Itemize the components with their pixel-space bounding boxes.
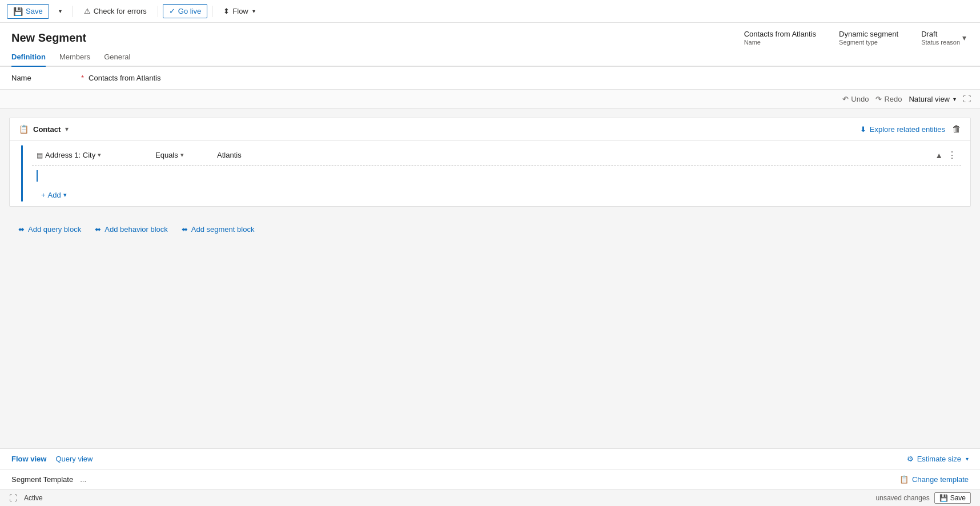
name-field-value: Contacts from Atlantis	[89, 74, 160, 82]
header-name-label: Name	[744, 39, 761, 46]
contact-entity-name: Contact	[33, 125, 61, 134]
go-live-button[interactable]: ✓ Go live	[163, 4, 207, 18]
add-query-block-button[interactable]: ⬌ Add query block	[18, 225, 81, 234]
redo-label: Redo	[884, 95, 902, 103]
value-text: Atlantis	[217, 151, 242, 159]
change-template-icon: 📋	[899, 475, 909, 484]
add-segment-block-button[interactable]: ⬌ Add segment block	[182, 225, 255, 234]
undo-label: Undo	[851, 95, 869, 103]
status-save-button[interactable]: 💾 Save	[934, 492, 971, 504]
change-template-button[interactable]: 📋 Change template	[899, 475, 969, 484]
tab-general[interactable]: General	[104, 48, 130, 67]
view-tabs: Flow view Query view	[11, 455, 93, 463]
query-actions: ⬌ Add query block ⬌ Add behavior block ⬌…	[9, 216, 971, 243]
estimate-icon: ⚙	[907, 455, 914, 463]
add-condition-button[interactable]: + Add ▾	[41, 191, 67, 199]
toolbar-divider-2	[158, 6, 158, 17]
header-collapse-button[interactable]: ▾	[960, 31, 969, 45]
toolbar: 💾 Save ▾ ⚠ Check for errors ✓ Go live ⬍ …	[0, 0, 980, 23]
condition-collapse-button[interactable]: ▲	[935, 151, 943, 160]
unsaved-changes-text: unsaved changes	[876, 494, 930, 502]
tab-bar: Definition Members General	[0, 48, 980, 67]
field-chevron-icon: ▾	[98, 151, 101, 159]
status-left: ⛶ Active	[9, 493, 43, 503]
header-type-label: Segment type	[839, 39, 878, 46]
header-status-meta: Draft Status reason	[921, 30, 960, 46]
builder-area: ↶ Undo ↷ Redo Natural view ▾ ⛶ 📋 Contact…	[0, 90, 980, 448]
toolbar-divider-1	[73, 6, 73, 17]
explore-related-entities-button[interactable]: ⬇ Explore related entities	[860, 125, 945, 134]
save-icon: 💾	[13, 7, 23, 16]
field-label: Address 1: City	[45, 151, 95, 159]
condition-actions: ▲ ⋮	[935, 150, 957, 160]
redo-button[interactable]: ↷ Redo	[875, 95, 902, 103]
template-label: Segment Template	[11, 475, 73, 484]
add-query-label: Add query block	[28, 225, 81, 234]
add-plus-icon: +	[41, 191, 46, 199]
natural-view-button[interactable]: Natural view ▾	[909, 95, 956, 103]
status-bar: ⛶ Active unsaved changes 💾 Save	[0, 489, 980, 506]
name-required-indicator: *	[81, 74, 84, 82]
natural-view-label: Natural view	[909, 95, 950, 103]
save-button[interactable]: 💾 Save	[7, 4, 49, 19]
condition-row: ▤ Address 1: City ▾ Equals ▾ Atlantis	[32, 145, 961, 166]
tab-definition[interactable]: Definition	[11, 48, 46, 67]
bottom-panel: Flow view Query view ⚙ Estimate size ▾ S…	[0, 448, 980, 489]
add-behavior-block-button[interactable]: ⬌ Add behavior block	[95, 225, 168, 234]
save-label: Save	[26, 7, 43, 15]
field-icon: ▤	[37, 151, 43, 159]
flow-label: Flow	[232, 7, 248, 15]
query-block: 📋 Contact ▾ ⬇ Explore related entities 🗑	[9, 118, 971, 207]
page-title: New Segment	[11, 31, 86, 45]
condition-field: ▤ Address 1: City ▾	[37, 151, 151, 159]
add-behavior-label: Add behavior block	[105, 225, 168, 234]
template-row: Segment Template ... 📋 Change template	[0, 469, 980, 489]
template-value: ...	[80, 475, 86, 484]
delete-block-button[interactable]: 🗑	[952, 124, 961, 134]
status-right: unsaved changes 💾 Save	[876, 492, 971, 504]
builder-toolbar: ↶ Undo ↷ Redo Natural view ▾ ⛶	[0, 90, 980, 109]
flow-button[interactable]: ⬍ Flow ▾	[217, 4, 261, 18]
add-segment-icon: ⬌	[182, 225, 188, 234]
query-view-tab[interactable]: Query view	[55, 455, 93, 463]
flow-chevron-icon: ▾	[252, 8, 255, 14]
condition-value: Atlantis	[217, 151, 930, 159]
add-chevron-icon: ▾	[63, 191, 67, 199]
undo-button[interactable]: ↶ Undo	[842, 95, 869, 103]
check-errors-icon: ⚠	[84, 7, 91, 15]
header-name-meta: Contacts from Atlantis Name	[744, 30, 816, 46]
add-label: Add	[48, 191, 61, 199]
header-type-value: Dynamic segment	[839, 30, 898, 38]
flow-icon: ⬍	[223, 7, 230, 15]
estimate-label: Estimate size	[917, 455, 961, 463]
condition-more-button[interactable]: ⋮	[947, 150, 957, 160]
contact-right: ⬇ Explore related entities 🗑	[860, 124, 961, 134]
explore-icon: ⬇	[860, 125, 866, 134]
contact-header: 📋 Contact ▾ ⬇ Explore related entities 🗑	[10, 118, 970, 140]
expand-icon: ⛶	[9, 493, 17, 503]
explore-label: Explore related entities	[870, 125, 945, 134]
flow-view-tab[interactable]: Flow view	[11, 455, 46, 463]
tab-members[interactable]: Members	[59, 48, 90, 67]
header-meta: Contacts from Atlantis Name Dynamic segm…	[744, 30, 960, 46]
contact-left: 📋 Contact ▾	[19, 125, 69, 134]
header-type-meta: Dynamic segment Segment type	[839, 30, 898, 46]
active-status-text: Active	[24, 494, 43, 502]
status-save-icon: 💾	[939, 494, 948, 502]
change-template-label: Change template	[912, 475, 969, 484]
add-behavior-icon: ⬌	[95, 225, 101, 234]
add-query-icon: ⬌	[18, 225, 25, 234]
main-content: Name * Contacts from Atlantis ↶ Undo ↷ R…	[0, 67, 980, 489]
go-live-label: Go live	[178, 7, 201, 15]
natural-view-chevron-icon: ▾	[953, 96, 956, 102]
estimate-chevron-icon: ▾	[966, 456, 969, 462]
operator-chevron-icon: ▾	[180, 151, 184, 159]
save-dropdown-button[interactable]: ▾	[51, 5, 68, 17]
expand-button[interactable]: ⛶	[963, 94, 971, 103]
header-status-label: Status reason	[921, 39, 960, 46]
check-errors-button[interactable]: ⚠ Check for errors	[78, 4, 153, 18]
add-segment-label: Add segment block	[191, 225, 255, 234]
contact-chevron-button[interactable]: ▾	[65, 125, 69, 133]
header-status-value: Draft	[921, 30, 937, 38]
estimate-size-button[interactable]: ⚙ Estimate size ▾	[907, 455, 969, 463]
